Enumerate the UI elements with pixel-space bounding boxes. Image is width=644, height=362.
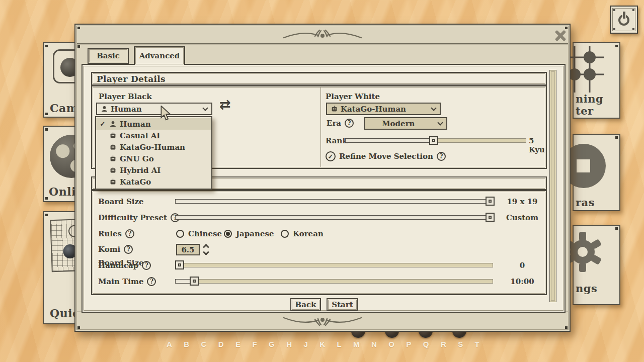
robot-icon bbox=[331, 106, 338, 112]
rules-label: Rules ? bbox=[98, 229, 134, 238]
difficulty-value: Custom bbox=[500, 213, 545, 222]
coord-letter: A bbox=[167, 340, 172, 348]
tab-basic[interactable]: Basic bbox=[88, 48, 129, 64]
robot-icon bbox=[110, 132, 116, 139]
rank-label: Rank bbox=[326, 136, 348, 145]
player-black-dropdown-list: ✓ Human Casual AI KataGo-Human bbox=[95, 116, 212, 190]
close-icon[interactable] bbox=[552, 28, 569, 44]
chevron-down-icon bbox=[202, 105, 208, 111]
checkmark-circle-icon[interactable]: ✓ bbox=[326, 151, 336, 161]
player-white-value: KataGo-Human bbox=[341, 105, 406, 114]
coord-letter: D bbox=[218, 340, 224, 348]
section-title: Player Details bbox=[92, 74, 166, 84]
chevron-down-icon[interactable] bbox=[203, 249, 209, 255]
radio-selected-icon[interactable] bbox=[224, 230, 232, 238]
player-black-dropdown[interactable]: Human bbox=[96, 103, 212, 115]
menu-card-extras[interactable]: ras bbox=[573, 134, 620, 211]
komi-help-icon[interactable]: ? bbox=[124, 245, 133, 254]
dropdown-option-katago-human[interactable]: KataGo-Human bbox=[96, 141, 211, 153]
coord-letter: M bbox=[353, 340, 360, 348]
radio-icon[interactable] bbox=[281, 230, 289, 238]
board-size-label: Board Size bbox=[98, 197, 144, 206]
komi-input[interactable]: 6.5 bbox=[176, 244, 200, 255]
handicap-slider-handle[interactable] bbox=[175, 260, 184, 269]
rules-help-icon[interactable]: ? bbox=[125, 229, 134, 238]
refine-help-icon[interactable]: ? bbox=[437, 152, 446, 161]
era-value: Modern bbox=[382, 119, 415, 128]
handicap-help-icon[interactable]: ? bbox=[142, 261, 151, 270]
dropdown-option-gnu-go[interactable]: GNU Go bbox=[96, 153, 211, 164]
dialog-top-ornament bbox=[77, 26, 568, 44]
menu-card-label: ngs bbox=[576, 282, 597, 295]
column-divider bbox=[320, 87, 321, 167]
dropdown-option-human[interactable]: ✓ Human bbox=[96, 118, 211, 130]
check-icon: ✓ bbox=[99, 120, 106, 128]
menu-card-learning[interactable]: ning ter bbox=[573, 42, 620, 119]
radio-chinese[interactable]: Chinese bbox=[176, 229, 222, 238]
handicap-slider[interactable] bbox=[175, 263, 493, 267]
person-icon bbox=[110, 121, 116, 127]
chevron-down-icon bbox=[431, 105, 436, 111]
swap-players-button[interactable]: ⇄ bbox=[219, 97, 231, 112]
screen: A B C D E F G H J K L M N O P Q R S T Ca… bbox=[0, 0, 644, 362]
board-size-slider[interactable] bbox=[175, 199, 493, 204]
board-size-value: 19 x 19 bbox=[500, 197, 545, 206]
coord-letter: E bbox=[235, 340, 240, 348]
komi-stepper[interactable] bbox=[203, 244, 210, 255]
coord-letter: R bbox=[441, 340, 446, 348]
coord-letter: C bbox=[201, 340, 207, 348]
main-time-value: 10:00 bbox=[500, 277, 545, 286]
radio-icon[interactable] bbox=[176, 230, 184, 238]
coord-letter: B bbox=[184, 340, 189, 348]
rank-value: 5 Kyu bbox=[529, 136, 546, 154]
start-button[interactable]: Start bbox=[327, 298, 358, 311]
robot-icon bbox=[110, 178, 116, 185]
board-size-slider-handle[interactable] bbox=[486, 197, 495, 206]
robot-icon bbox=[110, 167, 116, 173]
power-button[interactable] bbox=[610, 6, 638, 34]
rank-slider-handle[interactable] bbox=[429, 136, 438, 145]
menu-card-label: ning bbox=[576, 93, 603, 105]
komi-label: Komi ? bbox=[98, 245, 133, 254]
era-dropdown[interactable]: Modern bbox=[364, 117, 447, 130]
difficulty-slider[interactable] bbox=[175, 215, 493, 220]
advanced-panel: Player Details Player Black Human ⇄ Play… bbox=[82, 64, 566, 313]
coord-letter: L bbox=[337, 340, 341, 348]
difficulty-slider-handle[interactable] bbox=[486, 213, 495, 222]
coord-letter: J bbox=[303, 340, 307, 348]
tab-advanced[interactable]: Advanced bbox=[134, 46, 185, 65]
player-white-label: Player White bbox=[326, 92, 380, 101]
era-help-icon[interactable]: ? bbox=[345, 119, 354, 128]
coord-letter: H bbox=[286, 340, 292, 348]
menu-card-settings[interactable]: ngs bbox=[573, 225, 620, 305]
main-time-label: Main Time ? bbox=[98, 277, 156, 286]
main-time-help-icon[interactable]: ? bbox=[147, 277, 156, 286]
player-details-header: Player Details bbox=[91, 72, 547, 85]
menu-card-label: ter bbox=[576, 105, 594, 117]
rank-slider[interactable] bbox=[345, 138, 526, 143]
player-black-value: Human bbox=[111, 105, 142, 114]
dropdown-option-katago[interactable]: KataGo bbox=[96, 176, 211, 188]
dialog-bottom-ornament bbox=[77, 312, 568, 329]
back-button[interactable]: Back bbox=[290, 298, 321, 311]
dropdown-option-casual-ai[interactable]: Casual AI bbox=[96, 130, 211, 141]
handicap-value: 0 bbox=[500, 261, 545, 270]
coord-letter: G bbox=[269, 340, 275, 348]
main-time-slider-handle[interactable] bbox=[190, 277, 199, 286]
new-game-dialog: Basic Advanced Player Details Player Bla… bbox=[74, 24, 571, 332]
handicap-label: Handicap ? bbox=[98, 261, 151, 270]
refine-move-selection-checkbox[interactable]: ✓ Refine Move Selection ? bbox=[326, 151, 446, 161]
player-black-label: Player Black bbox=[99, 92, 152, 101]
main-time-slider[interactable] bbox=[175, 279, 493, 284]
radio-japanese[interactable]: Japanese bbox=[224, 229, 274, 238]
mouse-cursor bbox=[160, 106, 172, 122]
tab-basic-label: Basic bbox=[97, 51, 120, 60]
coord-letter: F bbox=[253, 340, 257, 348]
coord-letter: O bbox=[388, 340, 394, 348]
radio-korean[interactable]: Korean bbox=[281, 229, 324, 238]
dropdown-option-hybrid-ai[interactable]: Hybrid AI bbox=[96, 164, 211, 176]
tab-advanced-label: Advanced bbox=[139, 51, 180, 60]
panel-scrollbar[interactable] bbox=[549, 70, 556, 302]
robot-icon bbox=[110, 144, 116, 150]
player-white-dropdown[interactable]: KataGo-Human bbox=[326, 103, 441, 115]
